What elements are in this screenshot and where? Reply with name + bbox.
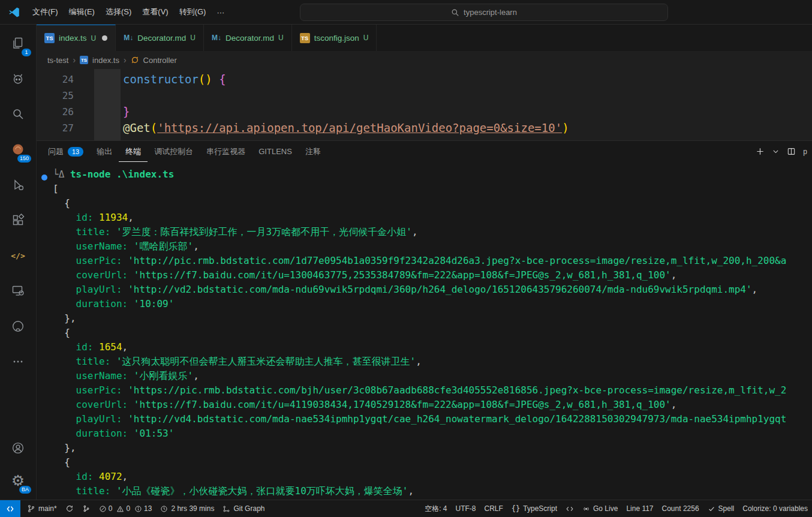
breadcrumb-file[interactable]: index.ts [92,56,119,65]
git-branch-item[interactable]: main* [23,500,61,517]
encoding-item[interactable]: UTF-8 [452,500,480,517]
run-debug-icon[interactable] [4,170,32,199]
editor-line: 27@Get('https://api.apiopen.top/api/getH… [37,120,812,136]
platformio-icon[interactable] [4,64,32,93]
broadcast-icon [582,505,590,513]
extensions-icon[interactable] [4,206,32,235]
panel-tab-output[interactable]: 输出 [90,141,119,162]
markdown-file-icon: M↓ [124,34,133,42]
terminal-line: userName: '小刚看娱乐', [37,369,812,383]
menu-more[interactable]: ··· [211,5,230,20]
terminal[interactable]: └Δ ts-node .\index.ts[ { id: 11934, titl… [37,162,812,501]
tab-index-ts[interactable]: TS index.ts U [37,25,116,51]
git-untracked-badge: U [363,34,369,42]
chevron-down-icon[interactable] [772,148,780,155]
terminal-list-clipped[interactable]: p [803,148,807,156]
tab-decorator-md-1[interactable]: M↓ Decorator.md U [116,25,204,51]
typescript-file-icon: TS [44,33,55,43]
remote-indicator[interactable] [0,500,20,517]
code-brackets-icon [566,505,574,513]
panel-tab-terminal[interactable]: 终端 [119,141,148,162]
tab-decorator-md-2[interactable]: M↓ Decorator.md U [204,25,292,51]
terminal-line: { [37,196,812,211]
line-indicator-item[interactable]: Line 117 [622,500,657,517]
count-indicator-item[interactable]: Count 2256 [658,500,703,517]
breadcrumb-folder[interactable]: ts-test [47,56,68,65]
terminal-line: duration: '10:09' [37,297,812,311]
accounts-icon[interactable] [4,434,32,462]
code-action-item[interactable] [561,500,578,517]
panel-tab-gitlens[interactable]: GITLENS [252,141,299,162]
explorer-badge: 1 [22,49,31,56]
editor-line: 24constructor() { [37,71,812,88]
tab-tsconfig-json[interactable]: TS tsconfig.json U [292,25,377,51]
indentation-item[interactable]: 空格: 4 [420,500,451,517]
terminal-line: [ [37,182,812,196]
tab-label: tsconfig.json [314,34,359,43]
terminal-line: }, [37,311,812,326]
panel-tab-bar: 问题 13 输出 终端 调试控制台 串行监视器 GITLENS 注释 p [37,141,812,162]
code-editor[interactable]: 24constructor() {2526}27@Get('https://ap… [37,69,812,140]
panel-tab-comments[interactable]: 注释 [299,141,327,162]
wakatime-item[interactable]: 2 hrs 39 mins [156,500,218,517]
git-untracked-badge: U [278,34,284,42]
new-terminal-icon[interactable] [756,147,765,156]
problems-count-badge: 13 [68,147,83,157]
terminal-output: └Δ ts-node .\index.ts[ { id: 11934, titl… [37,167,812,498]
go-live-item[interactable]: Go Live [578,500,622,517]
git-graph-item[interactable]: Git Graph [218,500,269,517]
status-bar: main* 0 0 13 2 hrs 39 mins Git Graph 空格:… [0,500,812,517]
source-control-graph-item[interactable] [78,500,95,517]
terminal-line: { [37,455,812,470]
extension-circle-icon[interactable]: 150 [4,135,32,164]
terminal-line: playUrl: 'http://vd4.bdstatic.com/mda-na… [37,412,812,426]
menu-view[interactable]: 查看(V) [137,4,173,20]
github-icon[interactable] [4,312,32,341]
terminal-line: └Δ ts-node .\index.ts [37,167,812,182]
class-symbol-icon [131,56,139,64]
command-decoration-dot[interactable] [41,175,47,181]
settings-gear-icon[interactable]: ⚙ BA [4,466,32,495]
markdown-file-icon: M↓ [212,34,221,42]
activity-bar: 1 150 [0,25,37,501]
eol-item[interactable]: CRLF [480,500,507,517]
panel-tab-serial-monitor[interactable]: 串行监视器 [200,141,252,162]
panel-tab-problems[interactable]: 问题 13 [41,141,90,162]
menu-goto[interactable]: 转到(G) [174,4,212,20]
error-icon [99,505,107,513]
menu-selection[interactable]: 选择(S) [100,4,137,20]
terminal-line: title: '小品《碰瓷》，小伙碰瓷大妈，张口就要10万吓坏大妈，爆笑全场', [37,484,812,498]
split-terminal-icon[interactable] [787,147,796,156]
spell-checker-item[interactable]: Spell [703,500,739,517]
terminal-line: coverUrl: 'https://f7.baidu.com/it/u=411… [37,398,812,412]
terminal-line: { [37,326,812,340]
dirty-indicator[interactable] [102,35,107,41]
breadcrumb-separator: › [73,55,76,65]
search-sidebar-icon[interactable] [4,100,32,128]
more-views-icon[interactable] [4,347,32,376]
breadcrumb-symbol[interactable]: Controller [143,56,177,65]
problems-status-item[interactable]: 0 0 13 [95,500,157,517]
menu-file[interactable]: 文件(F) [27,4,64,20]
typescript-file-icon: TS [80,56,88,64]
git-sync-item[interactable] [61,500,78,517]
info-icon [134,505,142,513]
terminal-line: userPic: 'http://pic.rmb.bdstatic.com/1d… [37,254,812,268]
line-number: 27 [37,120,74,136]
git-graph-icon [222,505,230,513]
terminal-line: duration: '01:53' [37,426,812,441]
command-center-search[interactable]: typescript-learn [300,4,668,21]
sync-icon [65,504,74,513]
tab-label: Decorator.md [137,34,186,43]
breadcrumb: ts-test › TS index.ts › Controller [37,51,812,69]
language-mode-item[interactable]: {} TypeScript [507,500,561,517]
panel-tab-debug-console[interactable]: 调试控制台 [148,141,200,162]
command-center-text: typescript-learn [464,8,517,17]
remote-explorer-icon[interactable] [4,276,32,305]
explorer-icon[interactable]: 1 [4,29,32,58]
tab-label: index.ts [59,34,87,43]
menu-edit[interactable]: 编辑(E) [64,4,100,20]
code-extension-icon[interactable]: </> [4,241,32,270]
colorize-item[interactable]: Colorize: 0 variables [738,500,812,517]
editor-lines: 24constructor() {2526}27@Get('https://ap… [37,71,812,136]
